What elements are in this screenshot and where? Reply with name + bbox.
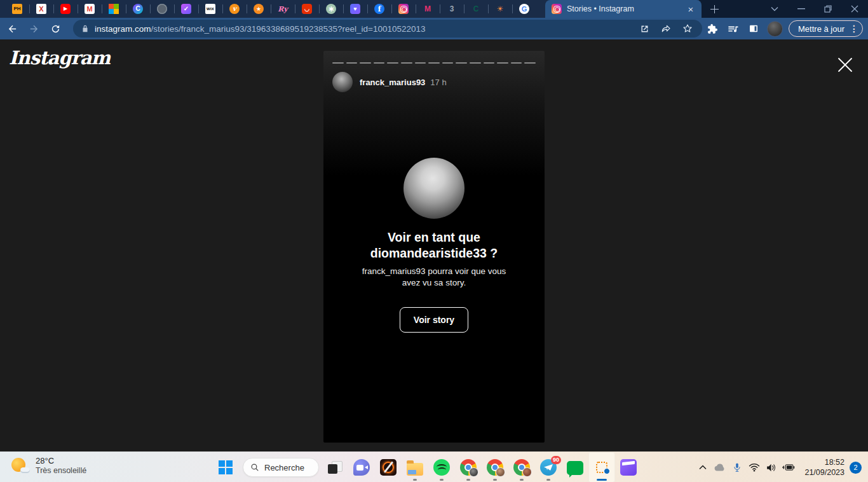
taskbar-search[interactable]: Recherche: [243, 458, 319, 477]
story-username[interactable]: franck_marius93: [360, 78, 425, 87]
clock-time: 18:52: [804, 457, 844, 467]
more-menu-icon[interactable]: ⋮: [850, 24, 858, 34]
pinned-tab-check[interactable]: ✓: [174, 0, 198, 18]
profile-avatar[interactable]: [767, 21, 783, 37]
system-tray: 18:52 21/09/2023 2: [694, 452, 862, 482]
microphone-icon[interactable]: [728, 458, 745, 476]
volume-icon[interactable]: [763, 458, 780, 476]
game-icon: [380, 459, 397, 476]
taskbar-app-chrome-1[interactable]: [455, 452, 482, 482]
pinned-tab-wix[interactable]: WIX: [198, 0, 222, 18]
pinned-tab-sun[interactable]: ☀: [488, 0, 512, 18]
story-close-button[interactable]: [836, 56, 854, 74]
reload-button[interactable]: [46, 19, 65, 38]
clock[interactable]: 18:52 21/09/2023: [804, 457, 844, 478]
pinned-tab-ph[interactable]: PH: [5, 0, 29, 18]
pinned-tab-chatgpt[interactable]: ∗: [319, 0, 343, 18]
weather-condition: Très ensoleillé: [36, 466, 86, 475]
side-panel-icon[interactable]: [745, 20, 763, 38]
restore-button[interactable]: [815, 0, 841, 18]
story-overlay-content: Voir en tant que diomandearistide33 ? fr…: [323, 158, 545, 333]
hidden-icons-chevron-icon[interactable]: [694, 458, 711, 476]
view-as-subtext-line1: franck_marius93 pourra voir que vous: [362, 266, 506, 277]
minimize-button[interactable]: [788, 0, 815, 18]
story-progress-segment: [401, 62, 412, 64]
story-progress-segment: [456, 62, 467, 64]
pinned-tab-heart-tag[interactable]: ♥: [343, 0, 367, 18]
pinned-tab-pink-script[interactable]: Ry: [271, 0, 295, 18]
story-user-avatar-small[interactable]: [332, 72, 353, 92]
pinned-tab-google[interactable]: G: [512, 0, 536, 18]
pinned-tab-facebook[interactable]: f: [367, 0, 391, 18]
pinned-tab-orange-v[interactable]: v: [222, 0, 247, 18]
extensions-icon[interactable]: [703, 20, 721, 38]
update-chrome-button[interactable]: Mettre à jour ⋮: [789, 20, 863, 37]
bookmark-star-icon[interactable]: [679, 20, 696, 37]
open-in-app-icon[interactable]: [636, 20, 653, 37]
weather-widget[interactable]: 28°C Très ensoleillé: [11, 456, 86, 475]
pinned-tab-canva[interactable]: C: [126, 0, 150, 18]
snipping-tool-icon: [596, 462, 607, 473]
pinned-tab-instagram[interactable]: [391, 0, 416, 18]
view-as-subtext-line2: avez vu sa story.: [362, 277, 506, 289]
forward-button[interactable]: [24, 19, 43, 38]
taskbar-app-game[interactable]: [375, 452, 402, 482]
back-button[interactable]: [3, 19, 22, 38]
taskbar-app-chrome-3[interactable]: [508, 452, 535, 482]
new-tab-button[interactable]: [707, 1, 722, 17]
tab-search-chevron-icon[interactable]: [761, 0, 788, 18]
pinned-tab-aliexpress[interactable]: ◡: [295, 0, 319, 18]
story-progress-segment: [415, 62, 426, 64]
story-timestamp: 17 h: [430, 78, 446, 87]
wifi-icon[interactable]: [745, 458, 763, 476]
three-favicon: 3: [447, 4, 457, 14]
pinned-tab-globe[interactable]: [150, 0, 174, 18]
close-window-button[interactable]: [841, 0, 868, 18]
instagram-wordmark[interactable]: Instagram: [9, 47, 110, 69]
search-icon: [250, 463, 259, 472]
view-story-button[interactable]: Voir story: [400, 307, 468, 333]
story-progress-bar: [332, 62, 536, 64]
address-bar[interactable]: instagram.com/stories/franck_marius93/31…: [73, 20, 702, 38]
taskbar-app-explorer[interactable]: [402, 452, 428, 482]
story-progress-segment: [346, 62, 358, 64]
taskbar-app-spotify[interactable]: [428, 452, 455, 482]
pinned-tab-star[interactable]: ★: [247, 0, 271, 18]
battery-charging-icon[interactable]: [780, 458, 797, 476]
taskbar-apps: 90: [322, 452, 642, 482]
taskbar-app-google-chat[interactable]: [562, 452, 588, 482]
url-path: /stories/franck_marius93/319633868951923…: [151, 24, 426, 34]
story-card: franck_marius93 17 h Voir en tant que di…: [323, 51, 545, 443]
pinned-tab-microsoft[interactable]: [102, 0, 126, 18]
view-as-heading-line1: Voir en tant que: [370, 230, 498, 245]
share-icon[interactable]: [658, 20, 674, 37]
globe-favicon: [157, 4, 167, 14]
google-chat-icon: [567, 461, 583, 475]
pinned-tab-m-pink[interactable]: M: [416, 0, 440, 18]
taskbar-app-clipchamp[interactable]: [615, 452, 642, 482]
pinned-tab-youtube[interactable]: ▶: [53, 0, 78, 18]
pinned-tab-redx[interactable]: X: [29, 0, 53, 18]
pinned-tab-crescent[interactable]: C: [464, 0, 488, 18]
taskbar-app-chat[interactable]: [348, 452, 375, 482]
taskbar-app-task-view[interactable]: [322, 452, 348, 482]
pinned-tab-three[interactable]: 3: [440, 0, 464, 18]
instagram-page: Instagram franck_marius93 17 h Voir en t…: [0, 39, 868, 451]
ph-favicon: PH: [12, 4, 22, 14]
wix-favicon: WIX: [205, 4, 215, 14]
url-text: instagram.com/stories/franck_marius93/31…: [95, 24, 631, 34]
start-button[interactable]: [219, 460, 233, 474]
taskbar-app-chrome-2[interactable]: [482, 452, 508, 482]
taskbar-app-telegram[interactable]: 90: [535, 452, 562, 482]
taskbar-app-snipping-tool[interactable]: [588, 452, 615, 482]
viewer-avatar-large: [403, 158, 465, 219]
media-controls-icon[interactable]: [724, 20, 742, 38]
active-tab-stories-instagram[interactable]: Stories • Instagram ×: [545, 0, 702, 18]
pink-script-favicon: Ry: [278, 4, 288, 14]
sun-favicon: ☀: [495, 4, 505, 14]
story-progress-segment: [360, 62, 371, 64]
onedrive-cloud-icon[interactable]: [711, 458, 728, 476]
pinned-tab-gmail[interactable]: M: [78, 0, 102, 18]
notification-badge[interactable]: 2: [850, 462, 862, 474]
tab-close-icon[interactable]: ×: [685, 3, 696, 15]
